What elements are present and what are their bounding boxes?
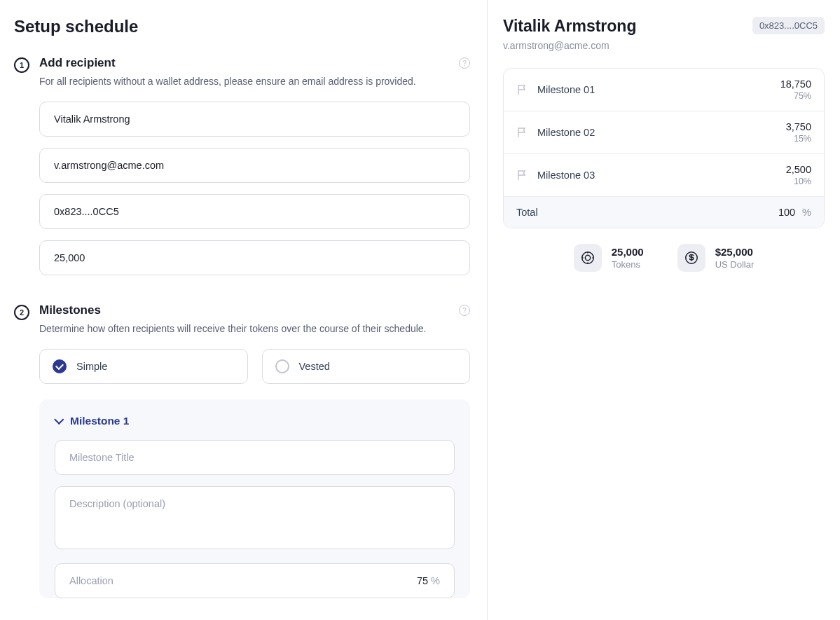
milestone-amount: 3,750 [786, 121, 811, 132]
flag-icon [516, 169, 529, 181]
summary-recipient-email: v.armstrong@acme.com [503, 40, 825, 51]
usd-value: $25,000 [715, 246, 755, 258]
milestone-title-input[interactable] [55, 440, 455, 475]
radio-unchecked-icon [275, 359, 289, 373]
milestone-pct: 10% [786, 177, 811, 186]
milestone-heading: Milestone 1 [70, 415, 129, 427]
totals-summary: 25,000 Tokens $25,000 US Dollar [503, 244, 825, 272]
section-desc-add-recipient: For all recipients without a wallet addr… [39, 74, 470, 89]
token-icon [574, 244, 602, 272]
recipient-name-input[interactable] [39, 102, 470, 137]
chevron-down-icon [55, 416, 64, 426]
svg-point-0 [581, 252, 593, 264]
total-unit: % [802, 207, 811, 218]
step-badge-1: 1 [14, 57, 29, 73]
radio-option-simple[interactable]: Simple [39, 349, 248, 384]
help-icon[interactable]: ? [459, 57, 470, 69]
milestone-name: Milestone 03 [537, 170, 595, 181]
allocation-unit: % [431, 575, 440, 586]
allocation-label: Allocation [69, 575, 113, 586]
section-add-recipient: 1 Add recipient ? For all recipients wit… [14, 56, 470, 287]
milestone-pct: 15% [786, 134, 811, 144]
tokens-value: 25,000 [612, 246, 644, 258]
milestone-editor-panel: Milestone 1 Allocation 75 % [39, 399, 470, 598]
milestone-amount: 18,750 [780, 78, 811, 90]
milestone-accordion-toggle[interactable]: Milestone 1 [55, 415, 455, 427]
summary-wallet-chip: 0x823....0CC5 [752, 17, 825, 34]
usd-total: $25,000 US Dollar [677, 244, 755, 272]
page-title: Setup schedule [14, 17, 470, 36]
table-row: Milestone 03 2,500 10% [504, 154, 824, 197]
allocation-input[interactable]: Allocation 75 % [55, 563, 455, 598]
radio-checked-icon [53, 359, 67, 373]
milestone-name: Milestone 01 [537, 84, 595, 95]
radio-label-simple: Simple [76, 361, 107, 372]
help-icon[interactable]: ? [459, 305, 470, 316]
flag-icon [516, 126, 529, 139]
section-title-milestones: Milestones [39, 303, 101, 317]
flag-icon [516, 83, 529, 96]
summary-recipient-name: Vitalik Armstrong [503, 17, 636, 36]
table-row: Milestone 01 18,750 75% [504, 69, 824, 111]
milestone-summary-card: Milestone 01 18,750 75% Milestone 02 3,7… [503, 68, 825, 228]
usd-label: US Dollar [715, 259, 755, 270]
milestone-pct: 75% [780, 91, 811, 101]
recipient-email-input[interactable] [39, 148, 470, 183]
section-milestones: 2 Milestones ? Determine how often recip… [14, 303, 470, 609]
total-row: Total 100 % [504, 197, 824, 228]
recipient-amount-input[interactable] [39, 240, 470, 275]
setup-form-panel: Setup schedule 1 Add recipient ? For all… [0, 0, 488, 620]
milestone-description-input[interactable] [55, 486, 455, 549]
tokens-total: 25,000 Tokens [574, 244, 644, 272]
table-row: Milestone 02 3,750 15% [504, 111, 824, 154]
total-label: Total [516, 207, 538, 218]
section-desc-milestones: Determine how often recipients will rece… [39, 322, 470, 336]
milestone-amount: 2,500 [786, 164, 811, 175]
summary-panel: Vitalik Armstrong 0x823....0CC5 v.armstr… [488, 0, 840, 620]
tokens-label: Tokens [612, 259, 644, 270]
step-badge-2: 2 [14, 305, 29, 320]
recipient-wallet-input[interactable] [39, 194, 470, 229]
allocation-value: 75 [417, 575, 428, 586]
total-value: 100 [778, 207, 795, 218]
radio-option-vested[interactable]: Vested [262, 349, 471, 384]
section-title-add-recipient: Add recipient [39, 56, 116, 70]
milestone-name: Milestone 02 [537, 127, 595, 138]
svg-point-1 [585, 255, 590, 260]
radio-label-vested: Vested [299, 361, 330, 372]
dollar-icon [677, 244, 705, 272]
